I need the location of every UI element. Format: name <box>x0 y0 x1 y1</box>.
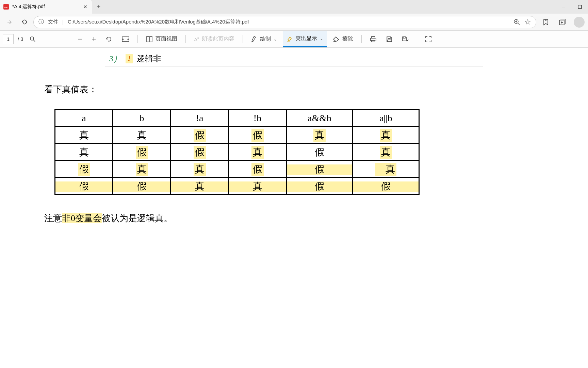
pdf-icon <box>3 4 9 10</box>
fit-button[interactable] <box>118 33 133 45</box>
td: 真 <box>55 144 113 161</box>
favorite-icon[interactable]: ☆ <box>524 18 531 27</box>
fullscreen-button[interactable] <box>422 33 435 45</box>
save-as-button[interactable] <box>398 33 412 45</box>
erase-label: 擦除 <box>342 35 353 43</box>
rotate-button[interactable] <box>102 33 116 45</box>
save-icon <box>386 36 392 42</box>
window-controls: ─ <box>555 0 588 14</box>
svg-rect-13 <box>147 36 149 42</box>
td: 假 <box>229 161 287 178</box>
titlebar: *A.4 运算符.pdf ✕ + ─ <box>0 0 588 14</box>
svg-line-2 <box>518 23 520 25</box>
collections-button[interactable] <box>555 15 569 29</box>
save-button[interactable] <box>383 33 396 45</box>
erase-icon <box>333 36 340 42</box>
pdf-content: 3） ! 逻辑非 看下真值表： a b !a !b a&&b a||b 真 真 … <box>0 48 588 228</box>
save-as-icon <box>402 36 409 42</box>
zoom-out-button[interactable]: − <box>75 33 86 45</box>
table-row: 假 真 真 假 假 真 <box>55 161 419 178</box>
address-bar[interactable]: ⓘ 文件 | C:/Users/seuxi/Desktop/Apendix%20… <box>33 16 536 28</box>
maximize-button[interactable] <box>572 0 588 14</box>
svg-line-11 <box>33 40 35 42</box>
refresh-button[interactable] <box>18 16 31 28</box>
print-icon <box>370 36 377 42</box>
td: 真 <box>287 127 353 144</box>
td: 真 <box>353 127 419 144</box>
list-item: 3） ! 逻辑非 <box>105 51 483 66</box>
info-icon[interactable]: ⓘ <box>38 18 44 26</box>
td: 假 <box>287 161 353 178</box>
table-row: 真 假 假 真 假 真 <box>55 144 419 161</box>
td: 假 <box>353 178 419 195</box>
td: 真 <box>353 161 419 178</box>
th: !b <box>229 110 287 127</box>
search-button[interactable] <box>26 33 39 45</box>
page-input[interactable] <box>3 34 14 44</box>
favorites-button[interactable] <box>539 15 553 29</box>
url-path: C:/Users/seuxi/Desktop/Apendix%20A%20数电和… <box>68 19 509 25</box>
url-divider: | <box>62 19 64 25</box>
print-button[interactable] <box>366 33 380 45</box>
file-label: 文件 <box>48 19 58 25</box>
td: 真 <box>229 144 287 161</box>
note-text: 注意非0变量会被认为是逻辑真。 <box>44 212 544 224</box>
td: 假 <box>113 144 171 161</box>
page-view-icon <box>146 36 153 42</box>
arrow-right-icon <box>6 19 13 25</box>
tab-title: *A.4 运算符.pdf <box>12 4 82 10</box>
draw-button[interactable]: 绘制 ⌄ <box>248 33 280 45</box>
th: !a <box>171 110 229 127</box>
page-total: / 3 <box>16 36 23 42</box>
pdf-toolbar: / 3 − + 页面视图 A» 朗读此页内容 绘制 ⌄ 突出显示 ⌄ 擦除 <box>0 31 588 48</box>
chevron-down-icon: ⌄ <box>274 37 277 42</box>
td: 假 <box>287 178 353 195</box>
page-view-button[interactable]: 页面视图 <box>143 33 181 45</box>
refresh-icon <box>21 19 28 26</box>
draw-icon <box>251 36 257 43</box>
th: a||b <box>353 110 419 127</box>
td: 真 <box>55 127 113 144</box>
read-aloud-button[interactable]: A» 朗读此页内容 <box>191 33 238 45</box>
rotate-icon <box>105 36 112 43</box>
td: 真 <box>353 144 419 161</box>
td: 假 <box>287 144 353 161</box>
fullscreen-icon <box>425 36 431 42</box>
close-tab-icon[interactable]: ✕ <box>82 4 88 10</box>
profile-avatar[interactable] <box>574 17 585 28</box>
highlight-button[interactable]: 突出显示 ⌄ <box>283 31 327 47</box>
fit-icon <box>122 36 129 42</box>
zoom-icon[interactable] <box>513 19 520 26</box>
chevron-down-icon: ⌄ <box>320 36 323 41</box>
read-aloud-icon: A» <box>194 36 199 42</box>
minimize-button[interactable]: ─ <box>555 0 572 14</box>
svg-rect-16 <box>372 36 375 38</box>
svg-rect-14 <box>150 36 152 42</box>
note-prefix: 注意 <box>44 213 62 223</box>
table-row: 真 真 假 假 真 真 <box>55 127 419 144</box>
page-view-label: 页面视图 <box>156 35 177 43</box>
td: 假 <box>171 127 229 144</box>
erase-button[interactable]: 擦除 <box>329 33 357 45</box>
td: 假 <box>55 161 113 178</box>
table-row: 假 假 真 真 假 假 <box>55 178 419 195</box>
section-heading: 看下真值表： <box>44 83 544 95</box>
item-symbol: ! <box>126 54 133 63</box>
highlight-label: 突出显示 <box>295 35 317 42</box>
th: a <box>55 110 113 127</box>
highlighter-icon <box>287 35 293 42</box>
svg-point-10 <box>30 37 34 40</box>
note-suffix: 被认为是逻辑真。 <box>102 213 173 223</box>
td: 真 <box>229 178 287 195</box>
td: 真 <box>171 161 229 178</box>
td: 假 <box>55 178 113 195</box>
th: a&&b <box>287 110 353 127</box>
maximize-icon <box>578 5 582 9</box>
new-tab-button[interactable]: + <box>92 0 105 14</box>
td: 假 <box>229 127 287 144</box>
th: b <box>113 110 171 127</box>
zoom-in-button[interactable]: + <box>88 33 100 45</box>
browser-tab[interactable]: *A.4 运算符.pdf ✕ <box>0 0 92 14</box>
forward-button[interactable] <box>3 16 16 28</box>
td: 真 <box>113 161 171 178</box>
